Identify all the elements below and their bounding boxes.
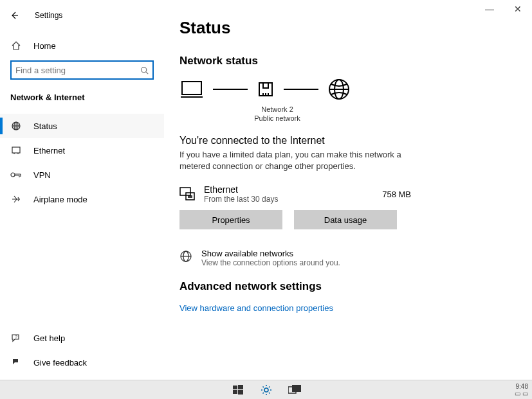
diagram-labels: Network 2 Public network: [239, 105, 316, 123]
sidebar-item-label: Home: [33, 41, 56, 51]
network-type: Public network: [239, 114, 316, 123]
search-field[interactable]: [15, 66, 140, 75]
window-title: Settings: [35, 11, 62, 20]
arrow-left-icon: [9, 10, 19, 21]
adapter-name: Ethernet: [204, 184, 382, 195]
taskbar: 9:48 ▭ ▭: [0, 380, 532, 399]
sidebar-item-ethernet[interactable]: Ethernet: [0, 138, 164, 163]
show-available-networks[interactable]: Show available networks View the connect…: [179, 249, 517, 267]
svg-text:?: ?: [15, 335, 17, 339]
main-content: Status Network status Network: [164, 0, 532, 380]
ethernet-adapter-icon: [179, 187, 195, 201]
status-icon: [10, 121, 22, 131]
vpn-icon: [10, 171, 22, 179]
home-icon: [10, 40, 22, 51]
back-button[interactable]: [5, 6, 23, 24]
view-hardware-link[interactable]: View hardware and connection properties: [179, 303, 333, 313]
clock: 9:48: [515, 383, 528, 390]
globe-small-icon: [179, 250, 192, 263]
sidebar-item-airplane[interactable]: Airplane mode: [0, 187, 164, 211]
sidebar-item-label: Get help: [33, 333, 65, 343]
svg-point-18: [264, 388, 268, 392]
sidebar-item-label: Ethernet: [33, 146, 65, 155]
sidebar-item-home[interactable]: Home: [0, 33, 164, 58]
windows-icon: [233, 385, 243, 395]
task-view-button[interactable]: [288, 383, 302, 397]
svg-rect-6: [182, 82, 201, 94]
sidebar-item-feedback[interactable]: Give feedback: [0, 350, 164, 375]
feedback-icon: [10, 357, 22, 368]
adapter-usage: 758 MB: [382, 190, 411, 199]
network-name: Network 2: [239, 105, 316, 114]
globe-icon: [327, 78, 351, 101]
page-title: Status: [179, 18, 517, 38]
window-close-button[interactable]: ✕: [504, 0, 532, 18]
connected-heading: You're connected to the Internet: [179, 135, 517, 146]
task-view-icon: [288, 385, 301, 395]
sidebar-item-label: Give feedback: [33, 358, 87, 368]
svg-rect-14: [233, 386, 237, 389]
tray-icons: ▭ ▭: [515, 390, 528, 397]
computer-icon: [179, 79, 204, 100]
window-minimize-button[interactable]: —: [475, 0, 504, 18]
svg-rect-15: [238, 385, 243, 389]
sidebar-item-label: VPN: [33, 170, 51, 180]
svg-rect-17: [238, 390, 243, 395]
sidebar-item-status[interactable]: Status: [0, 114, 164, 138]
network-diagram: [179, 78, 517, 101]
network-status-heading: Network status: [179, 55, 517, 67]
available-title: Show available networks: [201, 249, 340, 258]
sidebar-item-help[interactable]: ? Get help: [0, 326, 164, 350]
connected-subtext: If you have a limited data plan, you can…: [179, 149, 411, 173]
sidebar-item-vpn[interactable]: VPN: [0, 163, 164, 187]
system-tray[interactable]: 9:48 ▭ ▭: [515, 380, 528, 399]
search-icon: [140, 66, 149, 75]
svg-rect-16: [233, 390, 237, 394]
properties-button[interactable]: Properties: [179, 210, 282, 229]
advanced-heading: Advanced network settings: [179, 280, 517, 293]
help-icon: ?: [10, 333, 22, 343]
available-sub: View the connection options around you.: [201, 258, 340, 267]
airplane-icon: [10, 194, 22, 204]
connector-line: [284, 89, 318, 90]
svg-rect-10: [180, 188, 190, 195]
search-input[interactable]: [10, 60, 154, 80]
svg-point-0: [142, 67, 147, 72]
adapter-row: Ethernet From the last 30 days 758 MB: [179, 184, 411, 204]
adapter-period: From the last 30 days: [204, 195, 382, 204]
router-icon: [257, 80, 275, 98]
taskbar-settings-button[interactable]: [259, 383, 273, 397]
sidebar: Settings Home Network & Internet: [0, 0, 164, 380]
svg-point-4: [11, 173, 15, 177]
connector-line: [213, 89, 248, 90]
category-heading: Network & Internet: [0, 89, 164, 114]
svg-rect-20: [292, 385, 301, 392]
sidebar-item-label: Status: [33, 121, 57, 131]
ethernet-icon: [10, 145, 22, 155]
start-button[interactable]: [231, 383, 245, 397]
gear-icon: [261, 384, 272, 396]
svg-rect-3: [12, 147, 20, 153]
data-usage-button[interactable]: Data usage: [294, 210, 397, 229]
sidebar-item-label: Airplane mode: [33, 195, 87, 204]
